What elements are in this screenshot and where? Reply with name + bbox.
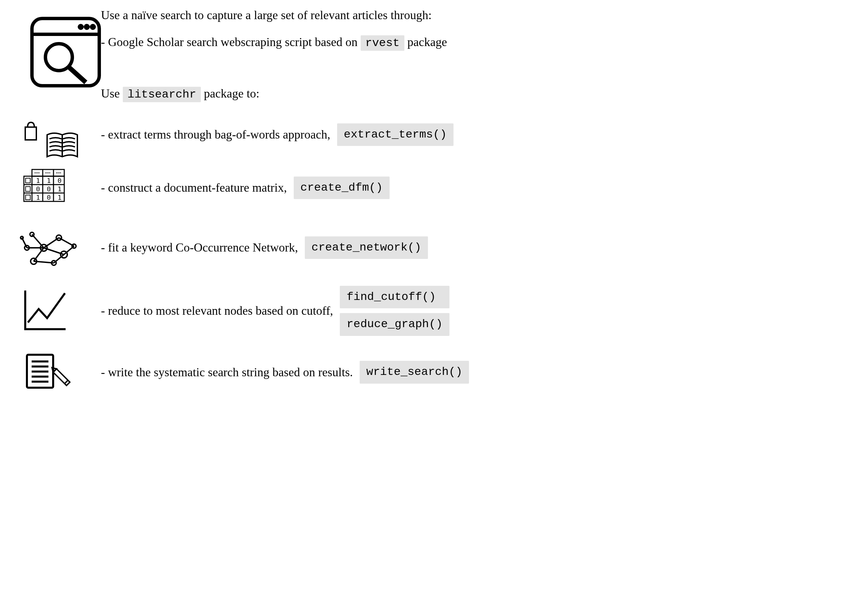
browser-search-icon: [27, 13, 104, 91]
svg-point-2: [79, 25, 82, 28]
svg-rect-19: [25, 178, 30, 183]
intro-sub-prefix: - Google Scholar search webscraping scri…: [101, 35, 361, 49]
svg-text:1: 1: [36, 193, 40, 201]
svg-rect-20: [25, 187, 30, 191]
svg-line-42: [34, 248, 44, 261]
intro-title: Use a naïve search to capture a large se…: [13, 7, 855, 24]
svg-text:1: 1: [58, 185, 61, 193]
step-write-search: - write the systematic search string bas…: [13, 352, 855, 393]
svg-line-46: [64, 246, 74, 255]
svg-point-3: [85, 25, 88, 28]
svg-rect-21: [25, 195, 30, 200]
svg-text:1: 1: [36, 176, 40, 185]
step-create-network: - fit a keyword Co-Occurrence Network, c…: [13, 226, 855, 270]
svg-rect-56: [53, 369, 69, 385]
bag-book-icon: [13, 120, 57, 150]
svg-point-4: [91, 25, 94, 28]
step-cutoff-reduce: - reduce to most relevant nodes based on…: [13, 286, 855, 336]
step-desc: - construct a document-feature matrix,: [101, 179, 287, 196]
svg-text:0: 0: [47, 185, 51, 193]
code-write-search: write_search(): [360, 361, 469, 383]
svg-line-57: [65, 380, 68, 383]
svg-text:0: 0: [47, 193, 51, 201]
svg-text:0: 0: [36, 185, 40, 193]
step-create-dfm: 1 1 0 0 0 1 1 0 1 - construct a document…: [13, 166, 855, 210]
code-extract-terms: extract_terms(): [337, 123, 454, 146]
line-chart-icon: [13, 287, 71, 334]
use-suffix: package to:: [201, 87, 259, 100]
step-desc: - write the systematic search string bas…: [101, 364, 353, 380]
code-litsearchr: litsearchr: [123, 87, 201, 102]
code-find-cutoff: find_cutoff(): [340, 286, 449, 309]
code-rvest: rvest: [361, 35, 404, 51]
code-reduce-graph: reduce_graph(): [340, 313, 449, 336]
svg-text:1: 1: [58, 193, 61, 201]
intro-sub: - Google Scholar search webscraping scri…: [13, 34, 855, 52]
step-desc: - extract terms through bag-of-words app…: [101, 126, 330, 143]
step-desc: - reduce to most relevant nodes based on…: [101, 302, 333, 319]
code-create-dfm: create_dfm(): [294, 176, 389, 200]
svg-text:1: 1: [47, 176, 51, 185]
svg-point-5: [46, 44, 72, 71]
matrix-icon: 1 1 0 0 0 1 1 0 1: [13, 166, 67, 210]
svg-line-45: [54, 255, 64, 263]
svg-text:0: 0: [58, 176, 61, 185]
intro-sub-suffix: package: [404, 35, 447, 49]
svg-line-6: [69, 67, 86, 82]
code-create-network: create_network(): [305, 236, 428, 259]
network-icon: [13, 226, 81, 270]
svg-line-44: [32, 234, 44, 248]
use-litsearchr-line: Use litsearchr package to:: [13, 85, 855, 103]
document-pencil-icon: [13, 352, 81, 393]
svg-line-41: [44, 248, 64, 255]
step-desc: - fit a keyword Co-Occurrence Network,: [101, 239, 298, 256]
svg-line-40: [44, 238, 59, 248]
step-extract-terms: - extract terms through bag-of-words app…: [13, 120, 855, 150]
svg-line-47: [59, 238, 74, 246]
